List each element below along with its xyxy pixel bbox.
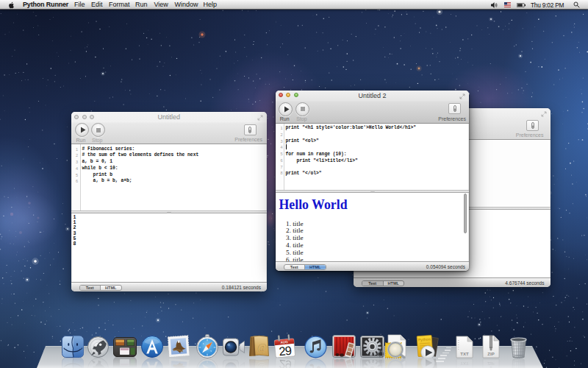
- svg-text:Python: Python: [418, 336, 431, 342]
- svg-text:TXT: TXT: [460, 361, 469, 366]
- svg-text:29: 29: [279, 358, 293, 368]
- svg-text:@: @: [257, 342, 268, 353]
- svg-text:@: @: [257, 363, 268, 368]
- svg-text:ZIP: ZIP: [487, 352, 494, 356]
- svg-text:TXT: TXT: [460, 352, 469, 356]
- svg-text:29: 29: [279, 344, 293, 358]
- svg-text:ZIP: ZIP: [487, 361, 494, 366]
